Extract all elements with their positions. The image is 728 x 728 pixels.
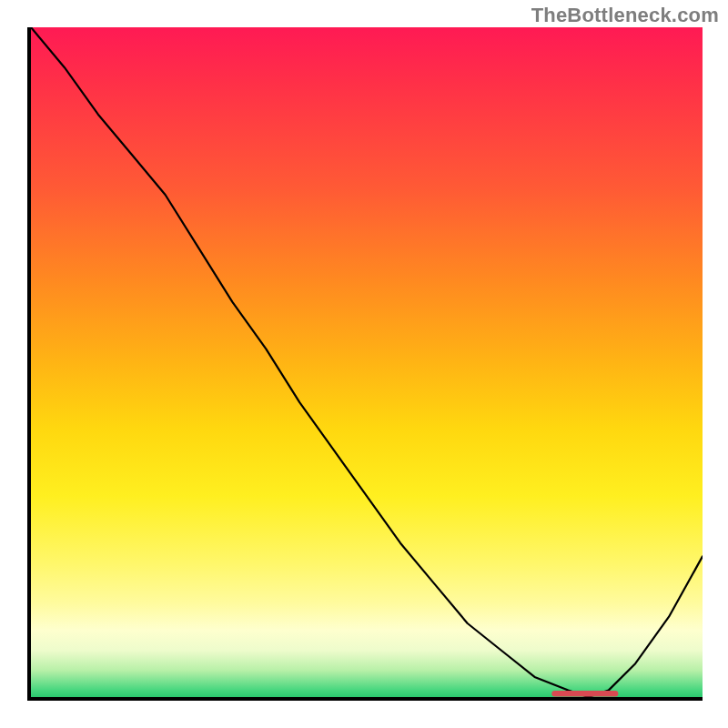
chart-frame: TheBottleneck.com	[0, 0, 728, 728]
plot-area	[31, 27, 703, 697]
watermark-text: TheBottleneck.com	[531, 4, 719, 27]
x-axis	[27, 697, 703, 701]
optimum-marker	[31, 27, 703, 697]
